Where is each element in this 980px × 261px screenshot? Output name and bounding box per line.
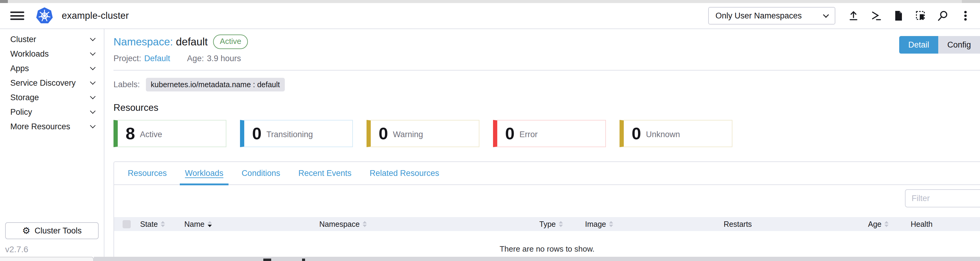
- sidebar: Cluster Workloads Apps Service Discovery…: [0, 29, 104, 261]
- config-button[interactable]: Config: [938, 36, 980, 54]
- page-title-name: default: [176, 36, 208, 48]
- column-header-state[interactable]: State: [140, 220, 184, 229]
- chevron-down-icon: [90, 123, 95, 128]
- column-label: Restarts: [724, 220, 752, 229]
- column-header-namespace[interactable]: Namespace: [319, 220, 539, 229]
- sidebar-item-workloads[interactable]: Workloads: [0, 47, 104, 61]
- resources-heading: Resources: [113, 102, 980, 113]
- empty-table-message: There are no rows to show.: [114, 244, 980, 254]
- tab-workloads[interactable]: Workloads: [180, 162, 229, 185]
- tab-card: Resources Workloads Conditions Recent Ev…: [113, 161, 980, 261]
- tab-related-resources[interactable]: Related Resources: [364, 162, 444, 185]
- chevron-down-icon: [90, 35, 95, 41]
- kebab-icon[interactable]: [959, 9, 972, 22]
- sidebar-item-apps[interactable]: Apps: [0, 61, 104, 76]
- column-label: Image: [585, 220, 606, 229]
- meta-row: Project: Default Age: 3.9 hours: [113, 54, 980, 63]
- column-label: Name: [184, 220, 205, 229]
- resource-label: Error: [519, 130, 538, 139]
- project-label: Project:: [113, 54, 142, 63]
- gear-icon: ⚙: [22, 226, 30, 235]
- checkbox-cell: [123, 220, 140, 228]
- terminal-icon[interactable]: [869, 9, 883, 22]
- select-all-checkbox[interactable]: [123, 220, 131, 228]
- upload-icon[interactable]: [847, 9, 860, 22]
- resource-label: Warning: [393, 130, 423, 139]
- chevron-down-icon: [90, 108, 95, 113]
- sort-arrows-icon: [885, 221, 889, 227]
- column-label: Health: [911, 220, 932, 229]
- sidebar-item-cluster[interactable]: Cluster: [0, 32, 104, 47]
- version-label: v2.7.6: [5, 245, 28, 254]
- file-icon[interactable]: [892, 9, 905, 22]
- hamburger-menu-icon[interactable]: [10, 11, 24, 21]
- tab-label: Conditions: [242, 169, 280, 178]
- page-title: Namespace: default: [113, 36, 208, 48]
- tab-resources[interactable]: Resources: [123, 162, 172, 185]
- resource-label: Transitioning: [266, 130, 313, 139]
- column-header-restarts[interactable]: Restarts: [724, 220, 868, 229]
- sort-arrows-icon: [161, 221, 165, 227]
- resource-count: 0: [632, 125, 641, 142]
- resource-card-error: 0 Error: [493, 120, 606, 147]
- tab-body: State Name Namespace Type: [114, 185, 980, 254]
- tab-conditions[interactable]: Conditions: [236, 162, 285, 185]
- chevron-down-icon: [823, 12, 829, 18]
- chevron-down-icon: [90, 50, 95, 56]
- tab-recent-events[interactable]: Recent Events: [293, 162, 357, 185]
- sidebar-item-more-resources[interactable]: More Resources: [0, 119, 104, 134]
- labels-row: Labels: kubernetes.io/metadata.name : de…: [113, 78, 980, 91]
- resource-card-transitioning: 0 Transitioning: [240, 120, 353, 147]
- labels-label: Labels:: [113, 80, 140, 89]
- tab-label: Workloads: [185, 169, 223, 178]
- sidebar-item-label: Cluster: [10, 35, 91, 44]
- sidebar-item-policy[interactable]: Policy: [0, 105, 104, 119]
- tab-bar: Resources Workloads Conditions Recent Ev…: [114, 162, 980, 185]
- sidebar-item-service-discovery[interactable]: Service Discovery: [0, 76, 104, 90]
- window-corner-left: [0, 0, 8, 3]
- label-chip: kubernetes.io/metadata.name : default: [146, 78, 285, 91]
- bottom-strip-glyph: [263, 259, 271, 261]
- page-title-row: Namespace: default Active: [113, 34, 980, 50]
- copy-icon[interactable]: [914, 9, 928, 22]
- namespace-filter-select[interactable]: Only User Namespaces: [708, 7, 835, 24]
- cluster-tools-button[interactable]: ⚙ Cluster Tools: [5, 222, 99, 239]
- sort-arrows-icon: [363, 221, 367, 227]
- tab-label: Resources: [128, 169, 167, 178]
- resource-count: 0: [252, 125, 261, 142]
- chevron-down-icon: [90, 94, 95, 99]
- divider: [113, 70, 980, 70]
- sidebar-item-storage[interactable]: Storage: [0, 90, 104, 105]
- resource-count: 0: [505, 125, 514, 142]
- detail-button[interactable]: Detail: [899, 36, 938, 54]
- kubernetes-logo-icon: [36, 7, 53, 24]
- column-header-name[interactable]: Name: [184, 220, 319, 229]
- column-label: State: [140, 220, 158, 229]
- sidebar-item-label: Storage: [10, 93, 91, 102]
- search-icon[interactable]: [936, 9, 950, 22]
- bottom-strip: [0, 257, 980, 261]
- age-value: 3.9 hours: [207, 54, 241, 63]
- column-label: Type: [539, 220, 556, 229]
- resource-card-warning: 0 Warning: [366, 120, 479, 147]
- resource-card-active: 8 Active: [113, 120, 226, 147]
- resource-label: Active: [140, 130, 162, 139]
- bottom-strip-left: [0, 257, 94, 261]
- resource-cards: 8 Active 0 Transitioning 0 Warning 0 Err…: [113, 120, 980, 147]
- resource-card-unknown: 0 Unknown: [619, 120, 732, 147]
- sidebar-item-label: Apps: [10, 64, 91, 73]
- table-header: State Name Namespace Type: [114, 217, 980, 231]
- filter-input[interactable]: [905, 189, 980, 207]
- column-header-age[interactable]: Age: [868, 220, 911, 229]
- window-corner-right: [962, 0, 980, 3]
- chevron-down-icon: [90, 79, 95, 84]
- column-header-image[interactable]: Image: [585, 220, 724, 229]
- project-link[interactable]: Default: [144, 54, 170, 63]
- status-badge: Active: [213, 35, 248, 49]
- column-label: Age: [868, 220, 881, 229]
- resource-count: 8: [126, 125, 135, 142]
- column-header-type[interactable]: Type: [539, 220, 585, 229]
- cluster-tools-label: Cluster Tools: [35, 226, 82, 236]
- content-area: Cluster Workloads Apps Service Discovery…: [0, 29, 980, 261]
- column-header-health[interactable]: Health: [911, 220, 980, 229]
